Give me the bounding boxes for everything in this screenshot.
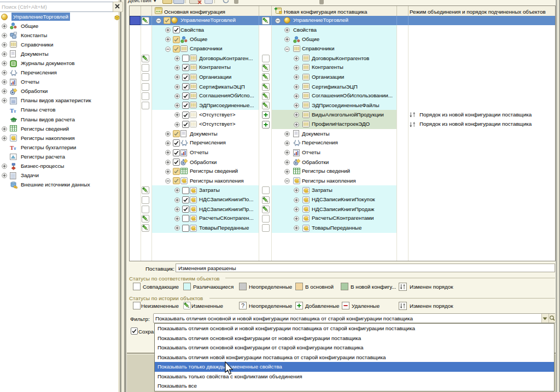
svg-text:?: ? — [241, 302, 244, 309]
svg-text:т: т — [14, 145, 16, 151]
svg-text:т: т — [14, 108, 16, 114]
